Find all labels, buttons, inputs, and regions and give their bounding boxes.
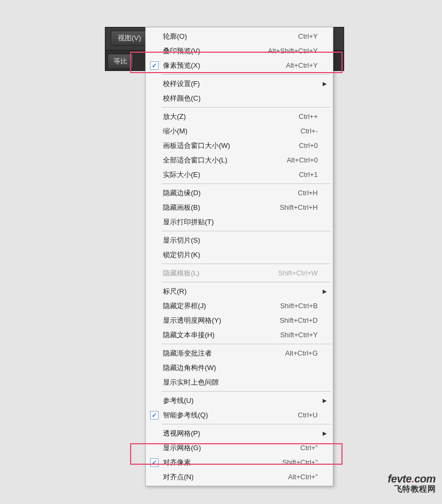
menu-item[interactable]: 叠印预览(V)Alt+Shift+Ctrl+Y (147, 44, 332, 58)
menu-item[interactable]: 显示实时上色间隙 (147, 375, 332, 389)
menu-separator (162, 344, 331, 344)
check-column: ✓ (147, 458, 162, 467)
menu-item[interactable]: 隐藏定界框(J)Shift+Ctrl+B (147, 299, 332, 313)
menu-item[interactable]: 画板适合窗口大小(W)Ctrl+0 (147, 138, 332, 153)
submenu-arrow-icon: ▶ (321, 288, 329, 294)
menu-item-label: 隐藏边角构件(W) (162, 363, 318, 373)
menu-item[interactable]: 对齐点(N)Alt+Ctrl+" (147, 470, 332, 484)
menu-item[interactable]: 显示透明度网格(Y)Shift+Ctrl+D (147, 313, 332, 328)
menu-item-label: 隐藏文本串接(H) (162, 330, 280, 340)
menu-item-shortcut: Ctrl+Y (298, 32, 321, 40)
menu-item-label: 锁定切片(K) (162, 250, 318, 260)
menu-item-shortcut: Ctrl+0 (299, 141, 321, 150)
menu-item[interactable]: 标尺(R)▶ (147, 284, 332, 299)
menu-item[interactable]: 缩小(M)Ctrl+- (147, 124, 332, 138)
menu-separator (162, 282, 331, 282)
menu-item-label: 校样设置(F) (162, 79, 318, 89)
submenu-arrow-icon: ▶ (321, 397, 329, 403)
menu-item-shortcut: Shift+Ctrl+B (280, 302, 321, 310)
menu-item-shortcut: Ctrl+H (298, 189, 321, 197)
checkmark-icon: ✓ (150, 61, 159, 70)
menu-item-shortcut: Shift+Ctrl+W (278, 269, 321, 277)
menu-item[interactable]: 隐藏画板(B)Shift+Ctrl+H (147, 200, 332, 215)
menu-item-shortcut: Ctrl+U (298, 411, 321, 419)
menu-item[interactable]: 轮廓(O)Ctrl+Y (147, 29, 332, 44)
menu-item[interactable]: 参考线(U)▶ (147, 393, 332, 408)
menu-item-shortcut: Alt+Ctrl+G (285, 349, 321, 357)
menu-item-label: 隐藏边缘(D) (162, 188, 298, 198)
checkmark-icon: ✓ (150, 458, 159, 467)
menu-item[interactable]: 显示网格(G)Ctrl+" (147, 441, 332, 455)
menu-item-label: 智能参考线(Q) (162, 410, 298, 420)
menu-item-label: 显示网格(G) (162, 443, 301, 453)
menu-item-shortcut: Ctrl+1 (299, 171, 321, 179)
ratio-button[interactable]: 等比 (108, 54, 133, 69)
menu-separator (162, 391, 331, 392)
watermark: fevte.com 飞特教程网 (388, 473, 436, 494)
menu-item-shortcut: Alt+Ctrl+Y (286, 61, 321, 69)
menu-item-shortcut: Alt+Ctrl+" (288, 473, 321, 481)
menu-item-label: 显示切片(S) (162, 236, 318, 245)
menu-separator (162, 107, 331, 108)
menu-item-shortcut: Ctrl+" (301, 444, 321, 452)
menu-item-label: 校样颜色(C) (162, 94, 318, 103)
submenu-arrow-icon: ▶ (321, 81, 329, 87)
menu-item[interactable]: ✓像素预览(X)Alt+Ctrl+Y (147, 58, 332, 73)
menu-item-label: 标尺(R) (162, 287, 318, 296)
check-column: ✓ (147, 411, 162, 420)
check-column: ✓ (147, 61, 162, 70)
menu-item-label: 隐藏定界框(J) (162, 301, 280, 311)
menu-item-label: 显示透明度网格(Y) (162, 316, 280, 325)
menu-item-label: 透视网格(P) (162, 429, 318, 438)
menu-item[interactable]: 放大(Z)Ctrl++ (147, 109, 332, 124)
menu-item[interactable]: 显示打印拼贴(T) (147, 215, 332, 229)
watermark-url: fevte.com (388, 473, 436, 485)
menu-item-label: 像素预览(X) (162, 61, 286, 70)
menu-item-label: 参考线(U) (162, 396, 318, 406)
menu-item-label: 隐藏画板(B) (162, 203, 280, 212)
view-menu-button[interactable]: 视图(V) (111, 31, 148, 46)
menu-item-shortcut: Ctrl+- (301, 127, 321, 135)
menu-item-label: 画板适合窗口大小(W) (162, 141, 299, 151)
menu-item-shortcut: Shift+Ctrl+Y (280, 331, 321, 339)
menu-item[interactable]: 实际大小(E)Ctrl+1 (147, 167, 332, 182)
menu-item-shortcut: Shift+Ctrl+H (280, 203, 321, 211)
menu-item[interactable]: ✓智能参考线(Q)Ctrl+U (147, 408, 332, 422)
menu-item-label: 缩小(M) (162, 126, 301, 136)
menu-item-label: 对齐像素 (162, 458, 282, 467)
menu-item-label: 隐藏模板(L) (162, 268, 278, 278)
menu-item-label: 放大(Z) (162, 112, 299, 122)
menu-item[interactable]: 校样颜色(C) (147, 91, 332, 105)
submenu-arrow-icon: ▶ (321, 430, 329, 436)
menu-item-shortcut: Alt+Ctrl+0 (287, 156, 321, 164)
menu-item[interactable]: 隐藏边缘(D)Ctrl+H (147, 186, 332, 200)
menu-item-shortcut: Shift+Ctrl+" (282, 458, 321, 466)
menu-separator (162, 231, 331, 231)
menu-item[interactable]: 全部适合窗口大小(L)Alt+Ctrl+0 (147, 153, 332, 167)
menu-item-label: 叠印预览(V) (162, 46, 268, 56)
menu-item-label: 显示实时上色间隙 (162, 378, 318, 387)
menu-item-label: 全部适合窗口大小(L) (162, 155, 287, 165)
menu-item[interactable]: ✓对齐像素Shift+Ctrl+" (147, 455, 332, 470)
menu-item[interactable]: 透视网格(P)▶ (147, 426, 332, 441)
menu-separator (162, 74, 331, 75)
menu-item[interactable]: 校样设置(F)▶ (147, 76, 332, 91)
menu-item-label: 实际大小(E) (162, 170, 299, 180)
watermark-text: 飞特教程网 (388, 484, 436, 494)
menu-item: 隐藏模板(L)Shift+Ctrl+W (147, 266, 332, 280)
menu-item[interactable]: 隐藏渐变批注者Alt+Ctrl+G (147, 346, 332, 360)
checkmark-icon: ✓ (150, 411, 159, 420)
menu-item[interactable]: 显示切片(S) (147, 233, 332, 247)
menu-item-shortcut: Alt+Shift+Ctrl+Y (268, 47, 321, 55)
menu-item[interactable]: 隐藏文本串接(H)Shift+Ctrl+Y (147, 328, 332, 342)
menu-item[interactable]: 锁定切片(K) (147, 247, 332, 262)
menu-separator (162, 183, 331, 184)
menu-item-shortcut: Shift+Ctrl+D (280, 316, 321, 324)
menu-item-shortcut: Ctrl++ (299, 112, 321, 120)
menu-separator (162, 264, 331, 264)
menu-item[interactable]: 隐藏边角构件(W) (147, 360, 332, 375)
menu-item-label: 显示打印拼贴(T) (162, 217, 318, 227)
view-dropdown-menu: 轮廓(O)Ctrl+Y叠印预览(V)Alt+Shift+Ctrl+Y✓像素预览(… (145, 27, 333, 486)
menu-item-label: 轮廓(O) (162, 32, 298, 41)
menu-item-label: 对齐点(N) (162, 472, 288, 482)
